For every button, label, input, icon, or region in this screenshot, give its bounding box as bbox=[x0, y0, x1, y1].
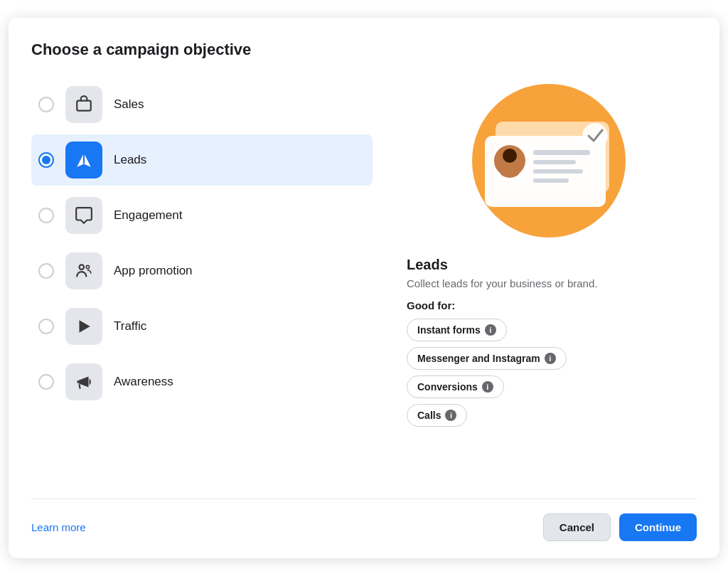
svg-point-11 bbox=[500, 165, 520, 178]
objective-item-leads[interactable]: Leads bbox=[31, 134, 373, 186]
learn-more-link[interactable]: Learn more bbox=[31, 521, 86, 533]
svg-rect-13 bbox=[533, 160, 576, 164]
traffic-icon-box bbox=[65, 308, 102, 345]
footer-actions: Cancel Continue bbox=[543, 513, 697, 541]
info-icon-messenger-instagram[interactable]: i bbox=[545, 353, 556, 364]
radio-sales[interactable] bbox=[38, 97, 54, 112]
engagement-icon-box bbox=[65, 197, 102, 234]
radio-app-promotion[interactable] bbox=[38, 263, 54, 279]
cancel-button[interactable]: Cancel bbox=[543, 513, 611, 541]
tag-calls-label: Calls bbox=[417, 410, 441, 421]
objectives-list: Sales Leads bbox=[31, 79, 373, 479]
detail-panel: Leads Collect leads for your business or… bbox=[401, 79, 697, 479]
radio-inner-leads bbox=[42, 156, 50, 164]
awareness-label: Awareness bbox=[114, 375, 173, 389]
info-icon-calls[interactable]: i bbox=[445, 410, 456, 421]
objective-item-awareness[interactable]: Awareness bbox=[31, 356, 373, 407]
info-icon-conversions[interactable]: i bbox=[482, 381, 493, 393]
info-icon-instant-forms[interactable]: i bbox=[485, 324, 496, 336]
tag-messenger-instagram: Messenger and Instagram i bbox=[407, 347, 567, 370]
app-promotion-icon-box bbox=[65, 252, 102, 289]
tag-calls: Calls i bbox=[407, 404, 467, 427]
app-promotion-label: App promotion bbox=[114, 264, 193, 278]
tag-conversions: Conversions i bbox=[407, 375, 504, 398]
modal-body: Sales Leads bbox=[31, 79, 697, 479]
svg-point-10 bbox=[503, 149, 517, 163]
sales-label: Sales bbox=[114, 97, 144, 112]
continue-button[interactable]: Continue bbox=[619, 513, 697, 541]
objective-item-traffic[interactable]: Traffic bbox=[31, 301, 373, 352]
traffic-label: Traffic bbox=[114, 319, 146, 334]
good-for-label: Good for: bbox=[407, 299, 597, 311]
leads-icon-box bbox=[65, 142, 102, 178]
tag-messenger-instagram-label: Messenger and Instagram bbox=[417, 353, 540, 364]
svg-point-3 bbox=[80, 265, 85, 270]
svg-point-4 bbox=[86, 265, 89, 268]
detail-title: Leads bbox=[407, 257, 597, 273]
svg-rect-12 bbox=[533, 150, 590, 155]
svg-rect-0 bbox=[77, 101, 91, 111]
svg-marker-5 bbox=[80, 320, 90, 332]
tags-list: Instant forms i Messenger and Instagram … bbox=[407, 319, 597, 427]
detail-info: Leads Collect leads for your business or… bbox=[401, 257, 603, 427]
modal-title: Choose a campaign objective bbox=[31, 41, 697, 59]
detail-description: Collect leads for your business or brand… bbox=[407, 277, 597, 289]
svg-rect-15 bbox=[533, 178, 569, 183]
awareness-icon-box bbox=[65, 363, 102, 400]
svg-point-16 bbox=[582, 123, 608, 149]
tag-instant-forms-label: Instant forms bbox=[417, 324, 481, 336]
sales-icon-box bbox=[65, 86, 102, 123]
svg-rect-14 bbox=[533, 169, 583, 174]
leads-illustration bbox=[456, 79, 641, 242]
radio-leads[interactable] bbox=[38, 152, 54, 168]
tag-instant-forms: Instant forms i bbox=[407, 319, 507, 341]
leads-label: Leads bbox=[114, 153, 146, 167]
campaign-objective-modal: Choose a campaign objective Sales bbox=[9, 18, 719, 558]
engagement-label: Engagement bbox=[114, 208, 182, 223]
tag-conversions-label: Conversions bbox=[417, 381, 478, 393]
radio-traffic[interactable] bbox=[38, 319, 54, 334]
radio-engagement[interactable] bbox=[38, 208, 54, 223]
objective-item-engagement[interactable]: Engagement bbox=[31, 190, 373, 241]
objective-item-sales[interactable]: Sales bbox=[31, 79, 373, 130]
objective-item-app-promotion[interactable]: App promotion bbox=[31, 245, 373, 297]
modal-footer: Learn more Cancel Continue bbox=[31, 498, 697, 541]
radio-awareness[interactable] bbox=[38, 374, 54, 390]
